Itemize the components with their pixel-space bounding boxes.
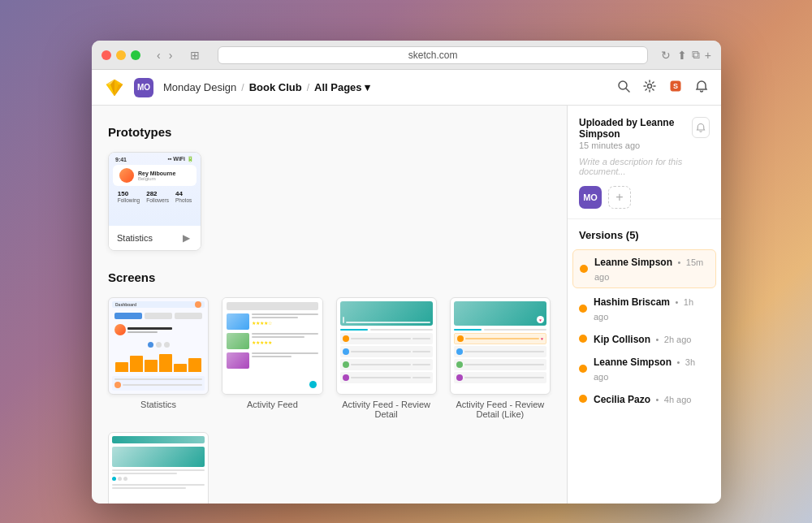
sidebar-workspace-badge[interactable]: MO (579, 186, 602, 209)
browser-titlebar: ‹ › ⊞ sketch.com ↻ ⬆ ⧉ + (92, 41, 721, 70)
breadcrumb-separator: / (241, 82, 244, 93)
url-text: sketch.com (408, 50, 458, 61)
close-button[interactable] (102, 50, 111, 60)
prototype-screen: 9:41 ▪▪ WiFi 🔋 Rey Mibourne Belgium (109, 153, 201, 226)
add-tab-button[interactable]: + (705, 49, 711, 62)
content-area: Prototypes 9:41 ▪▪ WiFi 🔋 Rey Mibourne (92, 106, 567, 504)
settings-button[interactable] (643, 80, 656, 96)
proto-avatar-icon (119, 168, 134, 183)
screen-thumbnail-review-detail (336, 297, 437, 395)
nav-arrows: ‹ › (153, 47, 175, 63)
share-toolbar-button[interactable]: S (669, 80, 682, 96)
toolbar-icons: S (617, 80, 708, 96)
version-dot-1 (580, 265, 588, 273)
stat-following: 150 Following (118, 190, 140, 203)
share-button[interactable]: ⬆ (677, 49, 687, 62)
phone-statusbar: 9:41 ▪▪ WiFi 🔋 (109, 153, 201, 162)
version-dot-4 (579, 365, 587, 373)
version-item-current[interactable]: Leanne Simpson • 15m ago (572, 249, 716, 288)
screen-item-activity-feed[interactable]: ★★★★☆ (222, 297, 322, 419)
screen-item-review-detail[interactable]: Activity Feed - Review Detail (336, 297, 437, 419)
svg-point-9 (648, 84, 652, 88)
uploader-name: Uploaded by Leanne Simpson (579, 117, 692, 140)
screen-item-review-like[interactable]: ♥ ♥ (450, 297, 551, 419)
workspace-row: MO + (579, 186, 710, 209)
back-button[interactable]: ‹ (153, 47, 164, 63)
version-info-2: Hashim Briscam • 1h ago (594, 294, 710, 323)
tab-overview-button[interactable]: ⊞ (185, 47, 205, 63)
breadcrumb: Monday Design / Book Club / All Pages ▾ (163, 81, 370, 93)
browser-actions: ⬆ ⧉ + (677, 48, 711, 62)
version-info-3: Kip Collison • 2h ago (594, 331, 691, 346)
sidebar-top: Uploaded by Leanne Simpson 15 minutes ag… (568, 106, 721, 219)
address-bar[interactable]: sketch.com (218, 46, 647, 64)
new-tab-button[interactable]: ⧉ (692, 48, 700, 62)
version-item-4[interactable]: Leanne Simpson • 3h ago (579, 350, 710, 387)
stat-followers: 282 Followers (146, 190, 169, 203)
proto-profile: Rey Mibourne Belgium (113, 165, 197, 186)
main-content: Prototypes 9:41 ▪▪ WiFi 🔋 Rey Mibourne (92, 106, 721, 504)
screens-section: Screens Dashboard (108, 270, 551, 504)
app-toolbar: MO Monday Design / Book Club / All Pages… (92, 70, 721, 106)
proto-stats: 150 Following 282 Followers 44 Photos (111, 188, 199, 205)
prototypes-title: Prototypes (108, 125, 551, 139)
project-name: Book Club (249, 81, 302, 93)
screens-grid: Dashboard (108, 297, 551, 419)
screens-title: Screens (108, 270, 551, 284)
screens-row2 (108, 432, 551, 504)
svg-line-8 (626, 89, 629, 92)
versions-title: Versions (5) (579, 229, 710, 241)
svg-text:S: S (673, 82, 678, 90)
screen-thumbnail-statistics: Dashboard (108, 297, 209, 395)
screen-thumbnail-activity-feed: ★★★★☆ (222, 297, 322, 395)
add-workspace-button[interactable]: + (608, 186, 631, 209)
traffic-lights (102, 50, 140, 60)
screen-thumbnail-extra (108, 432, 209, 504)
version-dot-3 (579, 335, 587, 343)
screen-item-extra[interactable] (108, 432, 209, 504)
version-info-4: Leanne Simpson • 3h ago (594, 354, 710, 383)
forward-button[interactable]: › (166, 47, 176, 63)
workspace-avatar[interactable]: MO (134, 78, 153, 97)
screen-label-review-detail: Activity Feed - Review Detail (336, 400, 437, 419)
version-item-3[interactable]: Kip Collison • 2h ago (579, 327, 710, 350)
proto-profile-info: Rey Mibourne Belgium (138, 171, 175, 181)
stat-photos: 44 Photos (175, 190, 192, 203)
sketch-logo-icon (105, 78, 124, 97)
browser-window: ‹ › ⊞ sketch.com ↻ ⬆ ⧉ + MO Monday (92, 41, 721, 504)
prototype-card[interactable]: 9:41 ▪▪ WiFi 🔋 Rey Mibourne Belgium (108, 152, 201, 251)
versions-section: Versions (5) Leanne Simpson • 15m ago Ha… (568, 219, 721, 420)
version-info-1: Leanne Simpson • 15m ago (594, 254, 709, 283)
notifications-button[interactable] (695, 80, 708, 96)
screen-label-review-like: Activity Feed - Review Detail (Like) (450, 400, 551, 419)
search-button[interactable] (617, 80, 630, 96)
screen-thumbnail-review-like: ♥ ♥ (450, 297, 551, 395)
prototypes-section: Prototypes 9:41 ▪▪ WiFi 🔋 Rey Mibourne (108, 125, 551, 251)
uploader-time: 15 minutes ago (579, 140, 692, 150)
version-item-2[interactable]: Hashim Briscam • 1h ago (579, 290, 710, 327)
description-placeholder[interactable]: Write a description for this document... (579, 157, 710, 176)
uploader-info: Uploaded by Leanne Simpson 15 minutes ag… (579, 117, 710, 150)
bell-button[interactable] (692, 117, 710, 138)
pages-dropdown[interactable]: All Pages ▾ (314, 81, 370, 93)
prototype-footer: Statistics ▶ (109, 226, 201, 250)
workspace-name: Monday Design (163, 81, 236, 93)
screen-item-statistics[interactable]: Dashboard (108, 297, 209, 419)
version-dot-2 (579, 305, 587, 313)
minimize-button[interactable] (116, 50, 126, 60)
uploader-text: Uploaded by Leanne Simpson 15 minutes ag… (579, 117, 692, 150)
screen-label-statistics: Statistics (108, 400, 209, 409)
version-item-5[interactable]: Cecilia Pazo • 4h ago (579, 387, 710, 410)
maximize-button[interactable] (131, 50, 140, 60)
screen-label-activity-feed: Activity Feed (222, 400, 322, 409)
reload-button[interactable]: ↻ (661, 49, 671, 62)
version-dot-5 (579, 395, 587, 403)
right-sidebar: Uploaded by Leanne Simpson 15 minutes ag… (567, 106, 721, 504)
breadcrumb-separator2: / (307, 82, 309, 93)
version-info-5: Cecilia Pazo • 4h ago (594, 391, 691, 406)
play-button[interactable]: ▶ (179, 231, 192, 244)
